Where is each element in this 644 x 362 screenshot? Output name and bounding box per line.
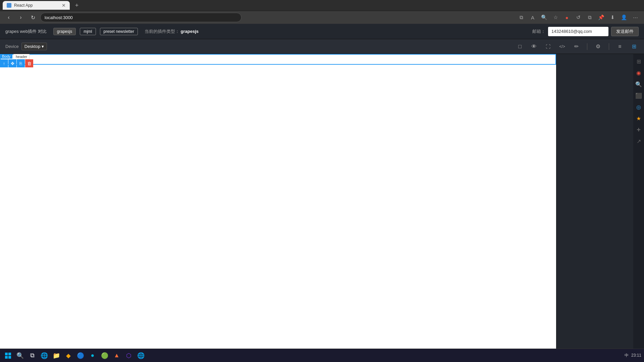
email-section: 邮箱： 发送邮件 (532, 27, 639, 36)
explorer-icon[interactable]: 📁 (51, 350, 62, 361)
selection-border (0, 54, 556, 65)
settings2-icon[interactable]: ↗ (634, 136, 643, 146)
app3-icon[interactable]: 🟢 (99, 350, 110, 361)
edge-icon[interactable]: 🌐 (39, 350, 50, 361)
toolbar-right-icons: □ 👁 ⛶ </> ✏ ⚙ ≡ ⊞ (515, 42, 639, 51)
device-select[interactable]: Desktop ▾ (21, 43, 47, 50)
svg-rect-3 (8, 356, 11, 359)
email-input[interactable] (548, 27, 608, 36)
canvas-area: Body header ↑ ✥ ⎘ 🗑 (0, 54, 556, 362)
profile-icon[interactable]: ● (562, 13, 572, 22)
address-bar[interactable]: localhost:3000 (40, 13, 241, 22)
close-tab-button[interactable]: ✕ (62, 3, 66, 8)
right-panel (556, 54, 633, 362)
browser-taskbar-icon[interactable]: 🌐 (136, 350, 146, 361)
block-move-button[interactable]: ✥ (8, 59, 16, 67)
tab-favicon (7, 3, 11, 8)
email-label: 邮箱： (532, 28, 545, 35)
chevron-down-icon: ▾ (42, 44, 44, 49)
editor-toolbar: Device Desktop ▾ □ 👁 ⛶ </> ✏ ⚙ ≡ ⊞ (0, 39, 644, 54)
taskview-icon[interactable]: ⧉ (27, 350, 38, 361)
taskbar-lang: 中 (625, 353, 629, 358)
taskbar-right: 中 23:11 (625, 353, 641, 358)
browser-action-icons: ⧉ A 🔍 ☆ ● ↺ ⧉ 📌 ⬇ 👤 ⋯ (517, 13, 640, 22)
forward-button[interactable]: › (16, 13, 25, 22)
download-icon[interactable]: ⬇ (608, 13, 617, 22)
app1-icon[interactable]: 🔵 (75, 350, 86, 361)
active-tab[interactable]: React App ✕ (3, 1, 70, 10)
current-plugin-label: 当前的插件类型： grapesjs (145, 28, 199, 35)
menu-icon[interactable]: ⋯ (631, 13, 640, 22)
svg-rect-2 (5, 356, 8, 359)
browser-tab-bar: React App ✕ + (0, 0, 644, 11)
view-code-icon[interactable]: </> (557, 42, 567, 51)
toolbar-separator-2 (609, 43, 609, 50)
block-label-header: header (13, 54, 30, 59)
style-manager-icon[interactable]: ◉ (634, 68, 643, 77)
grapesjs-button[interactable]: grapesjs (53, 28, 76, 35)
svg-rect-1 (8, 353, 11, 355)
app-title: grapes web插件 对比 (5, 28, 47, 35)
extensions-icon[interactable]: ⧉ (517, 13, 526, 22)
pencil-icon[interactable]: ✏ (572, 42, 581, 51)
app2-icon[interactable]: ● (87, 350, 98, 361)
canvas-inner: Body header ↑ ✥ ⎘ 🗑 (0, 54, 556, 362)
browser-nav-bar: ‹ › ↻ localhost:3000 ⧉ A 🔍 ☆ ● ↺ ⧉ 📌 ⬇ 👤… (0, 11, 644, 24)
device-label: Device (5, 44, 19, 49)
font-size-icon[interactable]: A (528, 13, 537, 22)
app4-icon[interactable]: ▲ (111, 350, 122, 361)
url-text: localhost:3000 (45, 15, 73, 20)
layers-icon[interactable]: ⊞ (634, 57, 643, 66)
plus-icon[interactable]: + (634, 125, 643, 134)
search-taskbar-icon[interactable]: 🔍 (15, 350, 25, 361)
app-header: grapes web插件 对比 grapesjs mjml preset new… (0, 24, 644, 39)
app5-icon[interactable]: ⬡ (123, 350, 134, 361)
dev-icon[interactable]: ◆ (63, 350, 74, 361)
fullscreen-icon[interactable]: ⛶ (543, 42, 553, 51)
taskbar: 🔍 ⧉ 🌐 📁 ◆ 🔵 ● 🟢 ▲ ⬡ 🌐 中 23:11 (0, 349, 644, 362)
back-button[interactable]: ‹ (4, 13, 13, 22)
block-delete-button[interactable]: 🗑 (25, 59, 33, 67)
split-view-icon[interactable]: ⧉ (585, 13, 594, 22)
block-copy-button[interactable]: ⎘ (17, 59, 25, 67)
side-icons-panel: ⊞ ◉ 🔍 ⬛ ◎ ★ + ↗ (633, 54, 644, 362)
device-value: Desktop (24, 44, 41, 49)
taskbar-time: 23:11 (631, 353, 641, 358)
star-icon[interactable]: ★ (634, 114, 643, 123)
block-label-body: Body (0, 54, 12, 59)
traits-icon[interactable]: 🔍 (634, 79, 643, 89)
toggle-visibility-icon[interactable]: 👁 (529, 42, 539, 51)
refresh-button[interactable]: ↻ (28, 13, 38, 22)
start-button[interactable] (3, 350, 13, 361)
search2-icon[interactable]: ◎ (634, 102, 643, 112)
hamburger-icon[interactable]: ≡ (615, 42, 625, 51)
main-layout: Body header ↑ ✥ ⎘ 🗑 ⊞ ◉ 🔍 ⬛ ◎ ★ + ↗ (0, 54, 644, 362)
svg-rect-0 (5, 353, 8, 355)
block-toolbar: ↑ ✥ ⎘ 🗑 (0, 59, 33, 67)
send-email-button[interactable]: 发送邮件 (611, 27, 639, 36)
tab-title: React App (14, 3, 33, 8)
pin-icon[interactable]: 📌 (596, 13, 606, 22)
zoom-icon[interactable]: 🔍 (539, 13, 549, 22)
blocks-icon[interactable]: ⬛ (634, 91, 643, 100)
user-icon[interactable]: 👤 (619, 13, 629, 22)
sync-icon[interactable]: ↺ (574, 13, 583, 22)
toggle-borders-icon[interactable]: □ (515, 42, 525, 51)
grid-icon[interactable]: ⊞ (629, 42, 639, 51)
mjml-button[interactable]: mjml (80, 28, 96, 35)
preset-newsletter-button[interactable]: preset newsletter (100, 28, 138, 35)
toolbar-separator-1 (587, 43, 587, 50)
block-move-up-button[interactable]: ↑ (0, 59, 8, 67)
settings-icon[interactable]: ⚙ (593, 42, 603, 51)
new-tab-button[interactable]: + (72, 1, 81, 10)
bookmark-icon[interactable]: ☆ (551, 13, 560, 22)
